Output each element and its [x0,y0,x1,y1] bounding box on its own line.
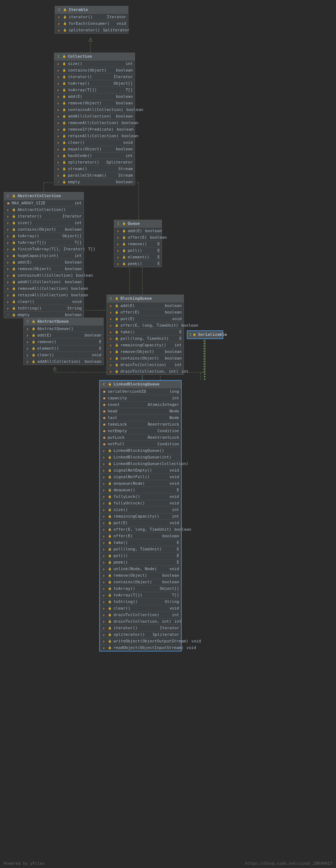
method-icon [102,475,106,479]
lock-icon [122,222,126,226]
member-type: int [74,253,82,258]
member-name: element() [37,346,59,351]
lock-icon [115,369,119,374]
method-icon [102,639,106,644]
method-row: offer(E)boolean [107,309,184,315]
method-row: remove(Object)boolean [100,572,181,579]
member-name: addAll(Collection) [18,280,61,284]
field-icon [102,389,106,394]
member-type: boolean [116,101,133,105]
lock-icon [115,356,119,361]
lock-icon [115,323,119,328]
member-type: boolean [165,310,182,315]
member-name: signalNotFull() [113,475,150,479]
lock-icon [12,267,16,271]
class-box-abstractcollection[interactable]: AbstractCollectionMAX_ARRAY_SIZEintAbstr… [4,192,84,318]
lock-icon [108,514,112,519]
member-name: add(E) [18,260,32,265]
class-box-queue[interactable]: Queueadd(E)booleanoffer(E)booleanremove(… [114,220,162,267]
lock-icon [62,81,66,86]
class-title: LinkedBlockingQueue [113,382,159,387]
method-icon [6,306,10,311]
method-row: equals(Object)boolean [54,146,135,152]
member-type: boolean [162,580,179,584]
lock-icon [108,501,112,506]
method-row: drainTo(Collection)int [107,361,184,368]
method-icon [109,350,113,354]
member-name: count [108,402,120,407]
method-row: poll(long, TimeUnit)E [100,546,181,552]
member-type: Iterator [160,626,179,630]
lock-icon [62,127,66,132]
method-row: add(E)boolean [107,302,184,309]
member-name: poll() [128,248,142,253]
method-icon [56,147,61,151]
method-row: unlink(Node, Node)void [100,565,181,572]
class-header: AbstractCollection [4,192,84,200]
method-icon [26,340,30,344]
member-type: AtomicInteger [148,402,179,407]
method-row: contains(Object)boolean [107,355,184,361]
member-name: parallelStream() [68,173,107,178]
method-row: parallelStream()Stream [54,172,135,178]
lock-icon [115,304,119,308]
member-name: poll() [113,553,128,558]
member-type: void [170,481,179,486]
field-row: serialVersionUIDlong [100,388,181,395]
member-name: spliterator() [68,160,99,165]
lock-icon [62,101,66,105]
member-name: contains(Object) [18,227,56,232]
lock-icon [12,234,16,238]
method-row: drainTo(Collection, int)int [107,368,184,375]
method-row: toArray()Object[] [100,585,181,592]
lock-icon [12,241,16,245]
member-type: ReentrantLock [148,435,179,440]
method-icon [6,247,10,251]
member-name: remove(Object) [113,573,147,578]
member-name: contains(Object) [68,68,107,73]
member-name: size() [68,61,82,66]
ctor-row: AbstractQueue() [24,325,103,332]
method-icon [102,547,106,552]
method-row: emptyboolean [4,311,84,318]
member-type: boolean [165,349,182,354]
member-name: dequeue() [113,488,135,492]
class-box-iterable[interactable]: Iterableiterator()IteratorforEach(Consum… [55,6,128,34]
method-row: add(E)boolean [54,93,135,100]
method-icon [102,501,106,506]
method-icon [102,587,106,591]
method-icon [26,327,30,331]
lock-icon [31,327,36,331]
lock-icon [12,221,16,225]
lock-icon [62,108,66,112]
class-box-serializable[interactable]: Serializable [187,330,223,339]
class-box-blockingqueue[interactable]: BlockingQueueadd(E)booleanoffer(E)boolea… [107,295,184,375]
member-type: int [174,619,182,624]
method-icon [6,227,10,232]
member-type: Stream [118,173,133,178]
class-title: Serializable [198,332,227,337]
field-icon [102,396,106,400]
field-row: countAtomicInteger [100,401,181,408]
method-row: remove(Object)boolean [54,100,135,106]
lock-icon [115,343,119,347]
method-row: take()E [100,539,181,546]
member-type: Stream [118,166,133,171]
member-type: boolean [145,228,162,233]
method-row: addAll(Collection)boolean [54,113,135,119]
method-row: toArray(T[])T[] [100,592,181,598]
member-name: drainTo(Collection) [120,362,166,367]
method-icon [109,363,113,367]
class-box-abstractqueue[interactable]: AbstractQueueAbstractQueue()add(E)boolea… [23,318,104,365]
class-box-collection[interactable]: Collectionsize()intcontains(Object)boole… [54,53,135,185]
method-icon [6,221,10,225]
lock-icon [12,293,16,297]
member-type: String [67,306,82,311]
method-row: size()int [54,60,135,67]
class-box-linkedblockingqueue[interactable]: LinkedBlockingQueueserialVersionUIDlongc… [99,380,182,652]
lock-icon [115,310,119,315]
method-icon [102,527,106,532]
lock-icon [12,208,16,212]
member-name: toArray() [68,81,90,86]
member-type: boolean [162,534,179,538]
